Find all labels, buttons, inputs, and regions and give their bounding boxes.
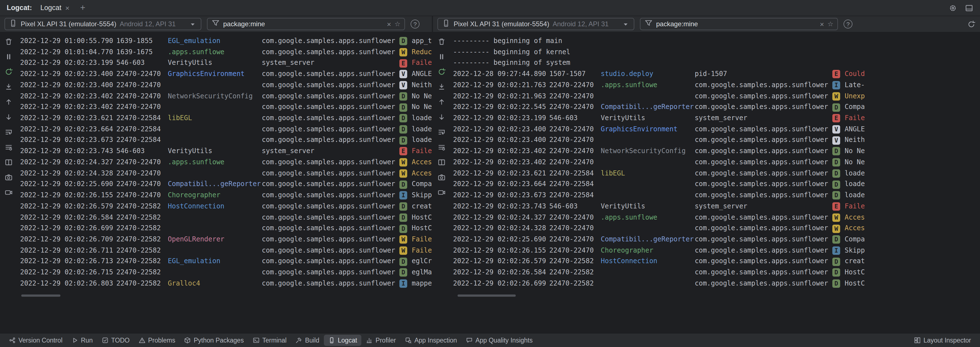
horizontal-scrollbar[interactable]	[21, 295, 60, 297]
configure-logcat-icon[interactable]	[4, 143, 13, 151]
horizontal-scrollbar[interactable]	[458, 295, 516, 297]
log-row[interactable]: 2022-12-29 02:02:23.40222470-22470Networ…	[453, 146, 980, 157]
status-item-run[interactable]: Run	[67, 335, 97, 346]
soft-wrap-icon[interactable]	[4, 128, 13, 136]
log-row[interactable]: 2022-12-29 02:02:26.15522470-22470Choreo…	[20, 190, 432, 201]
log-row[interactable]: 2022-12-29 02:02:23.743546-603VerityUtil…	[453, 201, 980, 212]
log-row[interactable]: 2022-12-29 02:02:21.96322470-22470com.go…	[453, 91, 980, 102]
log-row[interactable]: 2022-12-29 02:02:26.80322470-22582Grallo…	[20, 278, 432, 289]
previous-occurrence-icon[interactable]	[4, 98, 13, 106]
log-row[interactable]: 2022-12-29 02:02:25.69022470-22470Compat…	[453, 234, 980, 245]
pause-logcat-icon[interactable]	[437, 52, 445, 61]
log-row[interactable]: 2022-12-29 02:02:23.62122470-22584libEGL…	[453, 168, 980, 179]
log-row[interactable]: 2022-12-29 02:02:23.40222470-22470com.go…	[20, 102, 432, 113]
log-row[interactable]: --------- beginning of main	[453, 36, 980, 47]
log-row[interactable]: 2022-12-29 02:02:23.67322470-22584com.go…	[453, 190, 980, 201]
status-item-python-packages[interactable]: Python Packages	[180, 335, 248, 346]
log-row[interactable]: 2022-12-29 01:00:55.7901639-1855EGL_emul…	[20, 36, 432, 47]
log-row[interactable]: 2022-12-29 02:02:23.40222470-22470com.go…	[453, 157, 980, 168]
filter-input[interactable]	[223, 20, 383, 28]
restart-logcat-icon[interactable]	[4, 68, 13, 76]
tab-logcat[interactable]: Logcat ×	[35, 0, 75, 16]
previous-occurrence-icon[interactable]	[437, 98, 445, 106]
next-occurrence-icon[interactable]	[4, 113, 13, 121]
log-row[interactable]: 2022-12-29 02:02:26.57922470-22582HostCo…	[453, 256, 980, 267]
filter-field[interactable]: × ☆	[640, 18, 838, 30]
gear-icon[interactable]	[949, 4, 957, 12]
status-item-layout-inspector[interactable]: Layout Inspector	[910, 335, 975, 346]
log-row[interactable]: 2022-12-29 02:02:26.15522470-22470Choreo…	[453, 245, 980, 256]
log-row[interactable]: 2022-12-29 02:02:26.58422470-22582com.go…	[20, 212, 432, 223]
help-icon[interactable]: ?	[410, 19, 420, 29]
pause-logcat-icon[interactable]	[4, 52, 13, 61]
status-item-problems[interactable]: Problems	[134, 335, 180, 346]
log-row[interactable]: 2022-12-29 02:02:23.40022470-22470com.go…	[453, 135, 980, 146]
clear-logcat-icon[interactable]	[4, 38, 13, 46]
device-selector[interactable]: Pixel XL API 31 (emulator-5554) Android …	[438, 18, 634, 30]
favorite-star-icon[interactable]: ☆	[827, 21, 834, 27]
log-row[interactable]: 2022-12-29 02:02:23.743546-603VerityUtil…	[20, 146, 432, 157]
log-row[interactable]: 2022-12-28 09:27:44.8901507-1507studio.d…	[453, 69, 980, 80]
close-icon[interactable]: ×	[65, 4, 69, 11]
scroll-to-end-icon[interactable]	[4, 83, 13, 91]
log-row[interactable]: 2022-12-29 02:02:21.76322470-22470.apps.…	[453, 80, 980, 91]
soft-wrap-icon[interactable]	[437, 128, 445, 136]
next-occurrence-icon[interactable]	[437, 113, 445, 121]
log-row[interactable]: 2022-12-29 02:02:26.69922470-22582com.go…	[453, 278, 980, 289]
log-row[interactable]: 2022-12-29 02:02:24.32722470-22470.apps.…	[453, 212, 980, 223]
status-item-app-quality-insights[interactable]: App Quality Insights	[461, 335, 537, 346]
log-row[interactable]: 2022-12-29 02:02:26.70922470-22582OpenGL…	[20, 234, 432, 245]
log-row[interactable]: 2022-12-29 02:02:24.32822470-22470com.go…	[453, 223, 980, 234]
log-row[interactable]: 2022-12-29 02:02:23.40022470-22470com.go…	[20, 80, 432, 91]
status-item-logcat[interactable]: Logcat	[324, 335, 362, 346]
log-row[interactable]: 2022-12-29 02:02:23.67322470-22584com.go…	[20, 135, 432, 146]
log-row[interactable]: 2022-12-29 02:02:26.71122470-22582com.go…	[20, 245, 432, 256]
configure-logcat-icon[interactable]	[437, 143, 445, 151]
status-item-profiler[interactable]: Profiler	[362, 335, 401, 346]
clear-logcat-icon[interactable]	[437, 38, 445, 46]
refresh-icon[interactable]	[967, 20, 975, 28]
log-row[interactable]: 2022-12-29 02:02:22.54522470-22470Compat…	[453, 102, 980, 113]
screen-record-icon[interactable]	[4, 188, 13, 197]
log-view[interactable]: --------- beginning of main--------- beg…	[450, 32, 980, 333]
favorite-star-icon[interactable]: ☆	[395, 21, 401, 27]
log-row[interactable]: 2022-12-29 02:02:23.199546-603VerityUtil…	[453, 113, 980, 124]
log-row[interactable]: 2022-12-29 02:02:26.71522470-22582com.go…	[20, 267, 432, 278]
log-row[interactable]: 2022-12-29 02:02:26.71322470-22582EGL_em…	[20, 256, 432, 267]
screenshot-icon[interactable]	[4, 173, 13, 182]
status-item-app-inspection[interactable]: App Inspection	[401, 335, 461, 346]
log-row[interactable]: 2022-12-29 02:02:23.62122470-22584libEGL…	[20, 113, 432, 124]
restart-logcat-icon[interactable]	[437, 68, 445, 76]
status-item-terminal[interactable]: Terminal	[248, 335, 291, 346]
log-row[interactable]: 2022-12-29 02:02:23.40022470-22470Graphi…	[20, 69, 432, 80]
screen-record-icon[interactable]	[437, 188, 445, 197]
filter-field[interactable]: × ☆	[207, 18, 405, 30]
panel-layout-icon[interactable]	[965, 4, 973, 12]
device-selector[interactable]: Pixel XL API 31 (emulator-5554) Android …	[5, 18, 201, 30]
help-icon[interactable]: ?	[843, 19, 853, 29]
log-row[interactable]: 2022-12-29 02:02:23.40222470-22470Networ…	[20, 91, 432, 102]
log-row[interactable]: 2022-12-29 02:02:24.32822470-22470com.go…	[20, 168, 432, 179]
log-row[interactable]: 2022-12-29 02:02:23.199546-603VerityUtil…	[20, 58, 432, 69]
log-view[interactable]: 2022-12-29 01:00:55.7901639-1855EGL_emul…	[17, 32, 432, 333]
log-row[interactable]: --------- beginning of system	[453, 58, 980, 69]
split-panels-icon[interactable]	[4, 158, 13, 166]
status-item-todo[interactable]: TODO	[97, 335, 134, 346]
add-tab-button[interactable]: +	[75, 3, 91, 12]
status-item-build[interactable]: Build	[291, 335, 324, 346]
log-row[interactable]: 2022-12-29 02:02:26.58422470-22582com.go…	[453, 267, 980, 278]
clear-filter-icon[interactable]: ×	[387, 21, 391, 28]
log-row[interactable]: 2022-12-29 02:02:26.57922470-22582HostCo…	[20, 201, 432, 212]
log-row[interactable]: 2022-12-29 02:02:24.32722470-22470.apps.…	[20, 157, 432, 168]
log-row[interactable]: --------- beginning of kernel	[453, 47, 980, 57]
log-row[interactable]: 2022-12-29 02:02:23.40022470-22470Graphi…	[453, 124, 980, 135]
log-row[interactable]: 2022-12-29 02:02:23.66422470-22584com.go…	[20, 124, 432, 135]
filter-input[interactable]	[656, 20, 816, 28]
log-row[interactable]: 2022-12-29 01:01:04.7701639-1675.apps.su…	[20, 47, 432, 57]
scroll-to-end-icon[interactable]	[437, 83, 445, 91]
log-row[interactable]: 2022-12-29 02:02:23.66422470-22584com.go…	[453, 179, 980, 190]
screenshot-icon[interactable]	[437, 173, 445, 182]
clear-filter-icon[interactable]: ×	[820, 21, 824, 28]
log-row[interactable]: 2022-12-29 02:02:26.69922470-22582com.go…	[20, 223, 432, 234]
split-panels-icon[interactable]	[437, 158, 445, 166]
